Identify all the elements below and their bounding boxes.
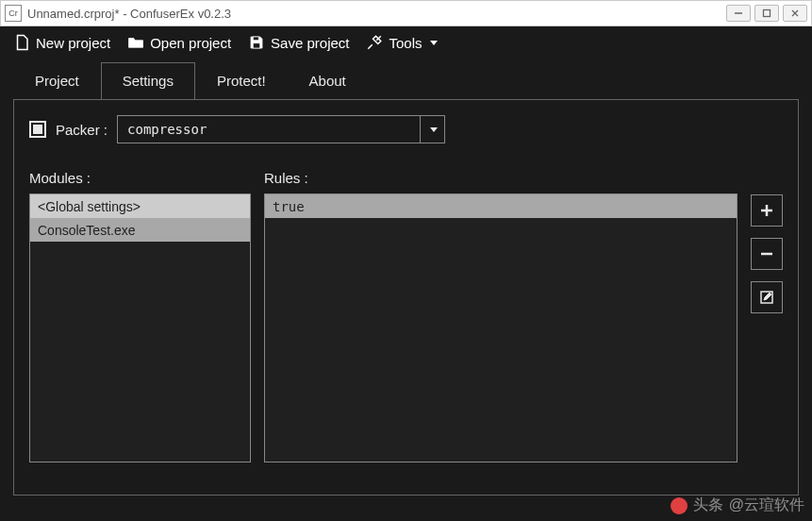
tab-project[interactable]: Project [13, 62, 101, 99]
open-project-label: Open project [150, 35, 231, 51]
save-project-button[interactable]: Save project [248, 34, 349, 51]
close-button[interactable] [783, 5, 807, 22]
file-icon [13, 34, 30, 51]
chevron-down-icon [430, 127, 438, 132]
open-project-button[interactable]: Open project [127, 34, 231, 51]
minimize-button[interactable] [726, 5, 751, 22]
window-title: Unnamed.crproj* - ConfuserEx v0.2.3 [27, 7, 726, 21]
modules-column: Modules : <Global settings> ConsoleTest.… [29, 170, 251, 462]
modules-list[interactable]: <Global settings> ConsoleTest.exe [29, 193, 251, 462]
rules-label: Rules : [264, 170, 737, 186]
svg-rect-1 [764, 10, 771, 17]
edit-rule-button[interactable] [751, 281, 783, 313]
packer-label: Packer : [56, 122, 108, 138]
app-icon: Cr [5, 5, 22, 22]
list-item[interactable]: ConsoleTest.exe [30, 218, 250, 242]
packer-checkbox[interactable] [29, 121, 46, 138]
maximize-button[interactable] [754, 5, 779, 22]
folder-open-icon [127, 34, 144, 51]
packer-dropdown-button[interactable] [420, 116, 444, 143]
rule-actions [751, 170, 783, 462]
svg-rect-4 [253, 37, 258, 41]
tools-icon [366, 34, 383, 51]
tools-label: Tools [389, 35, 422, 51]
tab-protect[interactable]: Protect! [195, 62, 288, 99]
toolbar: New project Open project Save project To… [0, 26, 812, 62]
list-item[interactable]: true [265, 194, 737, 218]
list-item[interactable]: <Global settings> [30, 194, 250, 218]
tab-settings[interactable]: Settings [101, 62, 195, 99]
chevron-down-icon [430, 41, 438, 45]
tools-button[interactable]: Tools [366, 34, 437, 51]
tabs: Project Settings Protect! About [0, 62, 812, 99]
save-project-label: Save project [271, 35, 349, 51]
packer-row: Packer : [29, 115, 783, 143]
svg-rect-5 [253, 43, 260, 48]
tab-about[interactable]: About [288, 62, 368, 99]
titlebar: Cr Unnamed.crproj* - ConfuserEx v0.2.3 [0, 0, 812, 26]
packer-input[interactable] [118, 116, 420, 143]
new-project-button[interactable]: New project [13, 34, 110, 51]
packer-combo[interactable] [117, 115, 445, 143]
remove-rule-button[interactable] [751, 238, 783, 270]
new-project-label: New project [36, 35, 110, 51]
app-body: New project Open project Save project To… [0, 26, 812, 521]
modules-label: Modules : [29, 170, 251, 186]
rules-list[interactable]: true [264, 193, 737, 462]
add-rule-button[interactable] [751, 194, 783, 227]
settings-panel: Packer : Modules : <Global settings> Con… [13, 99, 799, 496]
rules-column: Rules : true [264, 170, 737, 462]
save-icon [248, 34, 265, 51]
